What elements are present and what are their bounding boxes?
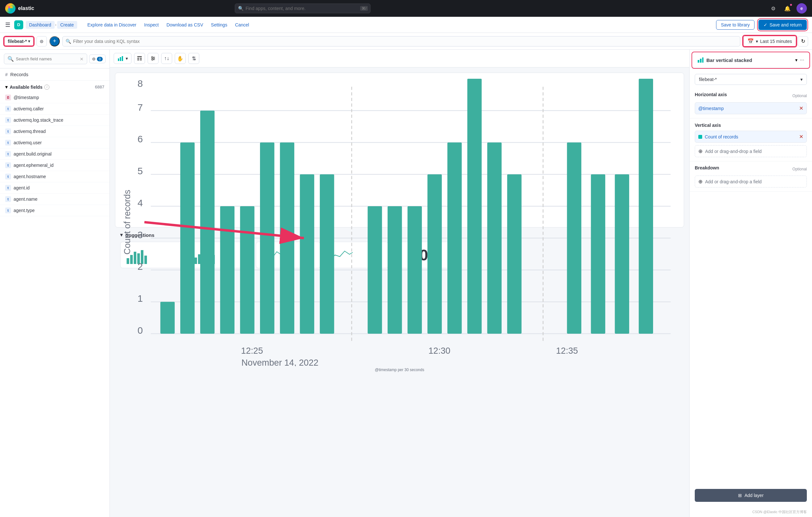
svg-rect-10 [137, 59, 139, 60]
download-csv-link[interactable]: Download as CSV [166, 22, 203, 27]
add-layer-button[interactable]: ⊞ Add layer [695, 489, 807, 502]
chevron-down-icon: ▾ [28, 39, 30, 43]
list-item[interactable]: t agent.build.original [0, 148, 110, 160]
field-search-box[interactable]: 🔍 ✕ [4, 54, 87, 64]
count-of-records-label: Count of records [705, 134, 738, 140]
list-item[interactable]: t agent.type [0, 205, 110, 216]
save-to-library-button[interactable]: Save to library [716, 20, 755, 30]
list-item[interactable]: 🗓 @timestamp [0, 92, 110, 103]
user-avatar[interactable]: e [796, 3, 807, 13]
datasource-selector[interactable]: filebeat-* ▾ [695, 74, 807, 85]
field-name: activemq.thread [13, 129, 46, 134]
breadcrumb-dashboard[interactable]: Dashboard [26, 21, 55, 29]
chevron-down-icon[interactable]: ▾ [795, 57, 798, 63]
list-item[interactable]: t activemq.user [0, 137, 110, 148]
notifications-icon[interactable]: 🔔 [782, 3, 793, 13]
cancel-link[interactable]: Cancel [235, 22, 249, 27]
more-options-icon[interactable]: ··· [800, 57, 804, 63]
index-pattern-selector[interactable]: filebeat-* ▾ [4, 36, 34, 46]
field-name: agent.type [13, 208, 34, 213]
available-fields-info-icon[interactable]: i [44, 85, 50, 90]
breakdown-add-field[interactable]: ⊕ Add or drag-and-drop a field [695, 176, 807, 187]
save-and-return-button[interactable]: ✓ Save and return [758, 20, 807, 30]
bar-chart-svg: 0 1 2 3 4 5 6 7 8 Count of records [120, 78, 678, 366]
refresh-button[interactable]: ↻ [798, 36, 808, 47]
add-filter-button[interactable]: + [50, 36, 60, 47]
list-item[interactable]: t agent.ephemeral_id [0, 160, 110, 171]
available-fields-label: Available fields [10, 85, 42, 90]
sort-desc-icon-button[interactable]: ⇅ [188, 53, 199, 64]
time-picker-button[interactable]: 📅 ▾ Last 15 minutes [743, 35, 796, 47]
table-icon-button[interactable] [134, 53, 145, 64]
sort-asc-icon-button[interactable]: ↑↓ [161, 53, 172, 64]
list-item[interactable]: t agent.id [0, 182, 110, 194]
records-hash-icon: # [5, 72, 8, 77]
list-item[interactable]: t activemq.caller [0, 103, 110, 115]
svg-point-3 [10, 8, 12, 11]
list-item[interactable]: t activemq.log.stack_trace [0, 115, 110, 126]
center-panel: ▾ [110, 50, 689, 517]
datasource-label: filebeat-* [699, 77, 717, 82]
breakdown-add-label: Add or drag-and-drop a field [705, 179, 762, 184]
list-item[interactable]: t activemq.thread [0, 126, 110, 137]
drag-icon-button[interactable]: ✋ [175, 53, 186, 64]
inspect-link[interactable]: Inspect [144, 22, 158, 27]
svg-rect-4 [118, 58, 119, 61]
svg-rect-53 [507, 174, 521, 334]
checkmark-icon: ✓ [763, 22, 767, 27]
logo-icon [5, 3, 16, 13]
field-filter-button[interactable]: ⊜ 0 [89, 55, 106, 63]
field-type-icon: t [5, 151, 11, 157]
field-type-icon: t [5, 140, 11, 146]
svg-text:4: 4 [138, 197, 143, 208]
kql-input-wrapper: 🔍 [62, 36, 740, 47]
available-fields-toggle[interactable]: ▾ Available fields i [5, 84, 50, 90]
field-search-clear-icon[interactable]: ✕ [80, 57, 84, 62]
field-type-icon: t [5, 196, 11, 202]
svg-rect-7 [137, 56, 142, 57]
vertical-axis-section: Vertical axis Count of records ✕ ⊕ Add o… [690, 118, 812, 161]
filter-options-button[interactable]: ⊜ [36, 36, 47, 47]
elastic-logo[interactable]: elastic [5, 3, 34, 13]
svg-rect-79 [702, 57, 703, 63]
svg-rect-9 [140, 58, 142, 59]
bottom-credit: CSDN @Elastic 中国社区官方博客 [690, 507, 812, 517]
breadcrumb-create[interactable]: Create [57, 21, 77, 29]
available-fields-header: ▾ Available fields i 6887 [0, 81, 110, 92]
bar-chart-icon [117, 55, 124, 62]
svg-rect-57 [615, 174, 629, 334]
svg-rect-5 [120, 57, 121, 61]
svg-text:Count of records: Count of records [122, 190, 132, 255]
horizontal-axis-remove-button[interactable]: ✕ [799, 105, 803, 111]
horizontal-axis-field[interactable]: @timestamp ✕ [695, 102, 807, 114]
field-name: agent.name [13, 196, 37, 202]
menu-icon[interactable]: ☰ [5, 21, 10, 28]
svg-rect-36 [160, 302, 174, 334]
count-of-records-field[interactable]: Count of records ✕ [695, 131, 807, 143]
settings-link[interactable]: Settings [211, 22, 227, 27]
svg-rect-77 [698, 60, 699, 63]
svg-point-15 [151, 57, 153, 58]
count-remove-button[interactable]: ✕ [799, 133, 803, 140]
field-name: @timestamp [13, 95, 39, 100]
explore-discover-link[interactable]: Explore data in Discover [88, 22, 137, 27]
svg-rect-55 [567, 142, 581, 333]
time-filter-wrap: 📅 ▾ Last 15 minutes ↻ [743, 35, 808, 47]
horizontal-axis-optional: Optional [792, 94, 807, 98]
vertical-axis-add-label: Add or drag-and-drop a field [705, 149, 762, 154]
bar-chart-icon [697, 57, 704, 63]
field-search-input[interactable] [16, 57, 78, 61]
chart-toolbar: ▾ [110, 50, 689, 67]
list-item[interactable]: t agent.hostname [0, 171, 110, 182]
breadcrumb: Dashboard › Create [26, 21, 77, 29]
list-item[interactable]: t agent.name [0, 194, 110, 205]
table-icon [137, 56, 142, 61]
global-search-input[interactable]: Find apps, content, and more. [235, 4, 371, 13]
global-search[interactable]: 🔍 Find apps, content, and more. ⌘/ [235, 4, 371, 13]
help-icon[interactable]: ⚙ [768, 3, 778, 13]
svg-rect-51 [467, 79, 482, 334]
viz-type-button[interactable]: ▾ [114, 53, 132, 64]
vertical-axis-add-field[interactable]: ⊕ Add or drag-and-drop a field [695, 145, 807, 157]
kql-filter-input[interactable] [62, 36, 740, 47]
settings-icon-button[interactable] [148, 53, 158, 64]
